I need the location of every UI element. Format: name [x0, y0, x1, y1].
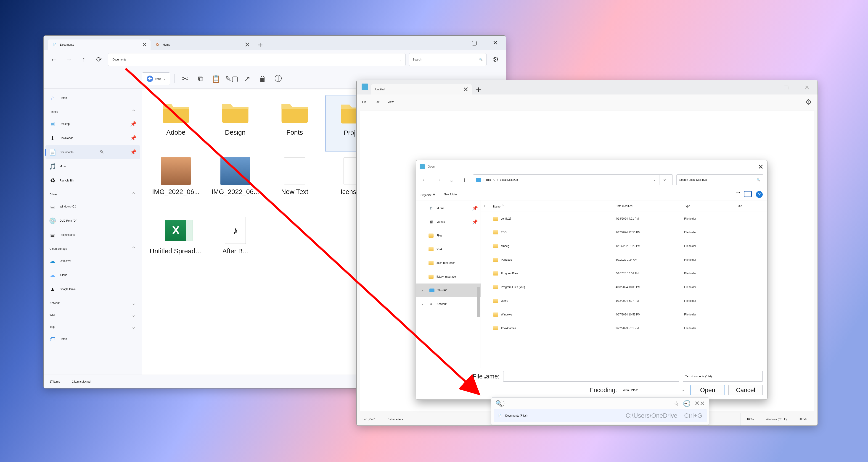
back-button[interactable]: ←	[48, 54, 60, 66]
file-row[interactable]: Program Files5/7/2024 10:06 AMFile folde…	[481, 267, 767, 280]
history-icon[interactable]: 🕘	[683, 400, 691, 407]
forward-button[interactable]: →	[63, 54, 75, 66]
menu-view[interactable]: View	[388, 100, 394, 104]
zoom-level[interactable]: 100%	[741, 413, 760, 426]
encoding[interactable]: UTF-8	[793, 413, 812, 426]
grid-item[interactable]: Adobe	[147, 95, 205, 152]
sidebar-item-tag-home[interactable]: 🏷Home	[45, 332, 140, 346]
search-input[interactable]: Search 🔍	[409, 53, 487, 66]
col-date[interactable]: Date modified	[616, 204, 684, 208]
grid-item[interactable]: IMG_2022_06...	[147, 154, 205, 211]
close-button[interactable]: ✕	[797, 80, 817, 95]
file-row[interactable]: PerfLogs5/7/2022 1:24 AMFile folder	[481, 253, 767, 267]
close-icon[interactable]: ✕	[142, 41, 147, 48]
checkbox-header[interactable]: ☐	[484, 204, 493, 208]
edit-icon[interactable]: ✎	[100, 149, 104, 155]
preview-toggle[interactable]	[744, 191, 752, 197]
sidebar-item-drive-c[interactable]: 🖴Windows (C:)	[45, 199, 140, 213]
file-row[interactable]: Users1/12/2024 5:07 PMFile folder	[481, 294, 767, 308]
network-header[interactable]: Network⌄	[45, 296, 140, 308]
nav-item[interactable]: ›🖧Network	[416, 297, 480, 311]
view-menu[interactable]: ≡ ▾	[736, 191, 740, 198]
nav-item[interactable]: docs-resources	[416, 256, 480, 270]
nav-item[interactable]: 🎵Music📌	[416, 201, 480, 215]
up-button[interactable]: ↑	[460, 175, 469, 185]
sidebar-item-onedrive[interactable]: ☁OneDrive	[45, 254, 140, 268]
col-type[interactable]: Type	[684, 204, 737, 208]
search-input[interactable]: Search Local Disk (C:) 🔍	[676, 174, 763, 185]
tab-documents[interactable]: 📄 Documents ✕	[48, 39, 151, 50]
expand-icon[interactable]: ›	[422, 288, 426, 293]
new-tab-button[interactable]: ＋	[472, 84, 486, 95]
back-button[interactable]: ←	[420, 175, 430, 185]
breadcrumb-segment[interactable]: Local Disk (C:)	[500, 178, 518, 182]
sidebar-item-desktop[interactable]: 🖥Desktop📌	[45, 117, 140, 131]
wsl-header[interactable]: WSL⌄	[45, 308, 140, 320]
text-editor[interactable]: Open ✕ ← → ⌄ ↑ › This PC› Local Disk (C:…	[360, 111, 814, 411]
refresh-button[interactable]: ⟳	[659, 175, 670, 185]
quick-switcher-result[interactable]: 📄 Documents (Files) C:\Users\OneDrive Ct…	[494, 409, 707, 422]
sidebar-item-documents[interactable]: 📄Documents✎📌	[45, 145, 140, 159]
star-icon[interactable]: ☆	[673, 400, 679, 407]
sidebar-item-dvd[interactable]: 💿DVD Rom (D:)	[45, 213, 140, 228]
maximize-button[interactable]: ▢	[464, 36, 485, 50]
minimize-button[interactable]: ―	[443, 36, 464, 50]
grid-item[interactable]: IMG_2022_06...	[207, 154, 264, 211]
encoding-select[interactable]: Auto-Detect⌄	[621, 385, 687, 395]
chevron-down-icon[interactable]: ⌄	[399, 58, 401, 61]
tab-home[interactable]: 🏠 Home ✕	[151, 39, 253, 50]
address-bar[interactable]: Documents ⌄	[108, 53, 406, 66]
pin-icon[interactable]: 📌	[130, 149, 136, 155]
open-button[interactable]: Open	[690, 385, 725, 395]
settings-button[interactable]: ⚙	[490, 54, 502, 66]
nav-item[interactable]: ›This PC	[416, 284, 480, 297]
delete-button[interactable]: 🗑	[256, 72, 269, 85]
share-button[interactable]: ↗	[241, 72, 253, 85]
sidebar-item-downloads[interactable]: ⬇Downloads📌	[45, 131, 140, 145]
tab-untitled[interactable]: Untitled ✕	[371, 84, 472, 95]
new-button[interactable]: ✚ New ⌄	[142, 72, 170, 85]
close-button[interactable]: ✕	[758, 163, 764, 171]
close-button[interactable]: ✕	[485, 36, 506, 50]
grid-item[interactable]: XUntitled Spreads...	[147, 213, 205, 271]
info-button[interactable]: ⓘ	[272, 72, 285, 85]
menu-file[interactable]: File	[362, 100, 366, 104]
sidebar-item-gdrive[interactable]: ▲Google Drive	[45, 282, 140, 296]
drives-header[interactable]: Drives⌃	[45, 188, 140, 199]
maximize-button[interactable]: ▢	[775, 80, 797, 95]
breadcrumb-segment[interactable]: This PC	[486, 178, 495, 182]
close-icon[interactable]: ✕	[244, 41, 250, 48]
menu-edit[interactable]: Edit	[375, 100, 379, 104]
file-row[interactable]: ffmpeg12/14/2023 1:26 PMFile folder	[481, 239, 767, 253]
nav-item[interactable]: Files	[416, 229, 480, 242]
sidebar-home[interactable]: ⌂Home	[45, 91, 140, 105]
sidebar-item-drive-p[interactable]: 🖴Projects (P:)	[45, 228, 140, 242]
col-size[interactable]: Size	[737, 204, 764, 208]
nav-item[interactable]: v3-4	[416, 242, 480, 256]
up-button[interactable]: ↑	[78, 54, 90, 66]
pin-icon[interactable]: 📌	[130, 135, 136, 141]
file-row[interactable]: Windows4/27/2024 10:59 PMFile folder	[481, 308, 767, 321]
cloud-header[interactable]: Cloud Storage⌃	[45, 242, 140, 254]
organize-menu[interactable]: Organize	[421, 192, 435, 197]
pin-icon[interactable]: 📌	[130, 121, 136, 127]
expand-icon[interactable]: ›	[422, 301, 426, 307]
sidebar-item-music[interactable]: 🎵Music	[45, 159, 140, 173]
copy-button[interactable]: ⧉	[194, 72, 207, 85]
file-type-select[interactable]: Text documents (*.txt)⌄	[683, 371, 763, 382]
line-ending[interactable]: Windows (CRLF)	[760, 413, 793, 426]
sidebar-item-recycle[interactable]: ♻Recycle Bin	[45, 173, 140, 188]
file-row[interactable]: Program Files (x86)4/18/2024 10:09 PMFil…	[481, 280, 767, 294]
chevron-down-icon[interactable]: ⌄	[653, 178, 656, 182]
refresh-button[interactable]: ⟳	[93, 54, 105, 66]
file-row[interactable]: ESD1/12/2024 12:56 PMFile folder	[481, 226, 767, 239]
new-tab-button[interactable]: ＋	[253, 39, 267, 50]
search-icon[interactable]: 🔍⃝	[495, 400, 503, 407]
sidebar-item-icloud[interactable]: ☁iCloud	[45, 268, 140, 282]
help-button[interactable]: ?	[756, 191, 763, 198]
nav-item[interactable]: listary-integratio	[416, 270, 480, 284]
tags-header[interactable]: Tags⌄	[45, 320, 140, 332]
minimize-button[interactable]: ―	[754, 80, 775, 95]
new-folder-button[interactable]: New folder	[444, 193, 457, 196]
recent-button[interactable]: ⌄	[446, 175, 456, 185]
